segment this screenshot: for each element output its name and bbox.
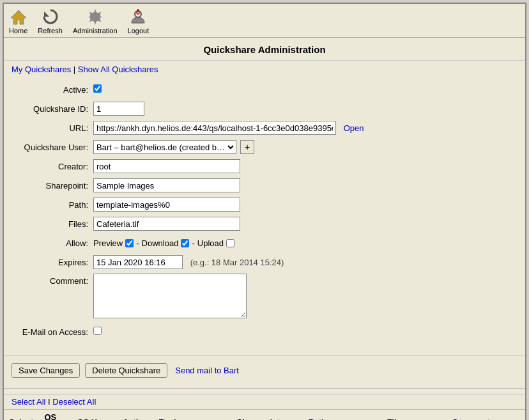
table-header-row: Select QS ID QS User Active Expires Shar… [4,410,525,420]
select-all-link[interactable]: Select All [12,397,45,407]
refresh-button[interactable]: Refresh [38,8,63,35]
th-expires: Expires [153,410,232,420]
active-checkbox[interactable] [93,84,102,93]
home-icon [10,8,27,26]
home-button[interactable]: Home [9,8,27,35]
logout-button[interactable]: Logout [128,8,150,35]
url-input[interactable] [93,121,336,135]
svg-marker-1 [44,12,49,17]
send-mail-link[interactable]: Send mail to Bart [175,366,239,375]
deselect-all-link[interactable]: Deselect All [52,397,96,407]
allow-preview-checkbox[interactable] [125,239,134,247]
delete-button[interactable]: Delete Quickshare [85,363,167,378]
th-select: Select [4,410,39,420]
action-buttons: Save Changes Delete Quickshare Send mail… [4,361,525,383]
th-active: Active [118,410,153,420]
open-link[interactable]: Open [344,123,364,133]
allow-section: Preview - Download - Upload [93,238,512,248]
id-label: Quickshare ID: [17,104,93,114]
creator-input[interactable] [93,159,240,173]
expires-label: Expires: [17,258,93,267]
id-row: Quickshare ID: [17,101,512,116]
user-label: Quickshare User: [17,143,93,152]
th-user: QS User [72,410,117,420]
logout-icon [129,8,147,26]
quickshares-table: Select QS ID QS User Active Expires Shar… [4,410,525,420]
allow-upload-label: Upload [197,238,224,248]
sharepoint-label: Sharepoint: [17,181,93,191]
add-user-button[interactable]: + [240,140,254,154]
home-label: Home [9,27,27,35]
id-input[interactable] [93,102,144,116]
refresh-label: Refresh [38,27,63,35]
expires-hint: (e.g.: 18 Mar 2014 15:24) [190,258,284,267]
svg-marker-0 [11,10,26,24]
path-label: Path: [17,200,93,210]
administration-button[interactable]: Administration [73,8,118,35]
allow-preview-label: Preview [93,238,123,248]
url-label: URL: [17,123,93,133]
active-row: Active: [17,82,512,97]
email-checkbox[interactable] [93,327,102,335]
comment-row: Comment: [17,274,512,320]
expires-input[interactable] [93,255,183,269]
files-label: Files: [17,219,93,229]
creator-label: Creator: [17,162,93,171]
th-files: Files [381,410,447,420]
gear-icon [86,8,104,26]
files-input[interactable] [93,217,240,231]
sharepoint-input[interactable] [93,178,240,192]
breadcrumb: My Quickshares | Show All Quickshares [4,61,525,78]
path-input[interactable] [93,198,240,212]
th-path: Path [303,410,382,420]
user-select-wrap: Bart – bart@helios.de (created b… + [93,140,512,154]
allow-row: Allow: Preview - Download - Upload [17,235,512,251]
allow-download-checkbox[interactable] [181,239,189,247]
my-quickshares-link[interactable]: My Quickshares [12,65,71,74]
path-row: Path: [17,197,512,212]
allow-dash2: - [192,238,194,248]
th-sharepoint: Sharepoint [232,410,303,420]
logout-label: Logout [128,27,150,35]
form-section: Active: Quickshare ID: URL: Open Quicksh… [4,78,525,350]
comment-textarea[interactable] [93,274,247,318]
url-row: URL: Open [17,120,512,136]
allow-label: Allow: [17,238,93,248]
select-all-bar: Select All I Deselect All [4,394,525,410]
allow-upload-checkbox[interactable] [226,239,234,247]
th-qsid: QS ID [39,410,72,420]
email-label: E-Mail on Access: [17,327,93,337]
active-label: Active: [17,85,93,95]
svg-point-4 [137,12,139,14]
divider2 [4,388,525,389]
admin-label: Administration [73,27,118,35]
refresh-icon [42,8,59,26]
allow-dash1: - [136,238,139,248]
comment-label: Comment: [17,274,93,286]
active-value [93,84,512,95]
toolbar: Home Refresh Administration [4,4,525,38]
show-all-link[interactable]: Show All Quickshares [78,65,158,74]
email-row: E-Mail on Access: [17,324,512,339]
breadcrumb-separator: | [73,65,78,74]
page-title: Quickshare Administration [4,38,525,61]
th-comment: Comment [447,410,525,420]
files-row: Files: [17,216,512,231]
divider [4,355,525,355]
allow-download-label: Download [142,238,179,248]
save-changes-button[interactable]: Save Changes [12,363,80,378]
user-row: Quickshare User: Bart – bart@helios.de (… [17,139,512,155]
expires-row: Expires: (e.g.: 18 Mar 2014 15:24) [17,254,512,270]
sharepoint-row: Sharepoint: [17,178,512,193]
user-select[interactable]: Bart – bart@helios.de (created b… [93,140,236,154]
creator-row: Creator: [17,159,512,174]
